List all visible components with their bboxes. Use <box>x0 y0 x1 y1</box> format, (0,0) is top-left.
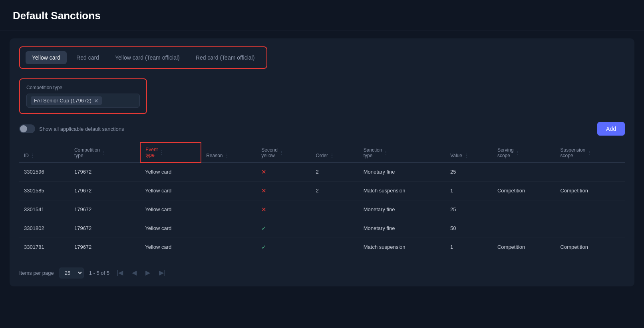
tab-red-card[interactable]: Red card <box>70 51 105 64</box>
cell-id: 3301596 <box>19 162 70 181</box>
add-button[interactable]: Add <box>597 122 625 136</box>
cell-competition-type: 179672 <box>70 219 140 238</box>
cell-order <box>311 219 358 238</box>
cell-reason <box>201 219 256 238</box>
col-menu-icon-reason[interactable]: ⋮ <box>225 153 229 158</box>
cell-second-yellow: ✓ <box>256 238 311 256</box>
filter-tag-close-icon[interactable]: ✕ <box>94 98 99 104</box>
col-menu-icon-order[interactable]: ⋮ <box>330 153 334 158</box>
col-menu-icon-event[interactable]: ⋮ <box>159 150 164 155</box>
second-yellow-icon-x: ✕ <box>261 187 266 194</box>
cell-value: 25 <box>445 162 493 181</box>
cell-second-yellow: ✓ <box>256 219 311 238</box>
pagination-prev-button[interactable]: ◀ <box>130 269 138 277</box>
col-header-second-yellow: Second yellow ⋮ <box>256 142 311 162</box>
cell-id: 3301585 <box>19 181 70 200</box>
cell-event-type: Yellow card <box>140 238 201 256</box>
col-menu-icon-second-yellow[interactable]: ⋮ <box>279 150 284 156</box>
second-yellow-icon-x: ✕ <box>261 206 266 213</box>
cell-reason <box>201 181 256 200</box>
col-header-order: Order ⋮ <box>311 142 358 162</box>
cell-sanction-type: Monetary fine <box>359 200 445 219</box>
items-per-page-select[interactable]: 25 50 100 <box>60 268 83 278</box>
table-header-row: ID ⋮ Competition type ⋮ <box>19 142 625 162</box>
content-card: Yellow card Red card Yellow card (Team o… <box>10 38 634 286</box>
cell-event-type: Yellow card <box>140 200 201 219</box>
cell-serving-scope <box>493 200 556 219</box>
col-menu-icon-serving[interactable]: ⋮ <box>515 150 520 156</box>
cell-reason <box>201 238 256 256</box>
cell-id: 3301802 <box>19 219 70 238</box>
items-per-page-label: Items per page <box>19 270 54 276</box>
toggle-row: Show all applicable default sanctions <box>19 124 124 133</box>
cell-sanction-type: Monetary fine <box>359 162 445 181</box>
toggle-knob <box>20 125 27 132</box>
col-header-serving-scope: Serving scope ⋮ <box>493 142 556 162</box>
col-header-value: Value ⋮ <box>445 142 493 162</box>
cell-competition-type: 179672 <box>70 200 140 219</box>
tab-yellow-card[interactable]: Yellow card <box>26 51 67 64</box>
col-header-competition-type: Competition type ⋮ <box>70 142 140 162</box>
col-header-reason: Reason ⋮ <box>201 142 256 162</box>
col-header-sanction-type: Sanction type ⋮ <box>359 142 445 162</box>
show-all-toggle[interactable] <box>19 124 35 133</box>
cell-second-yellow: ✕ <box>256 162 311 181</box>
filter-input[interactable]: FAI Senior Cup (179672) ✕ <box>26 94 140 108</box>
toggle-label: Show all applicable default sanctions <box>39 126 124 132</box>
cell-sanction-type: Match suspension <box>359 238 445 256</box>
cell-value: 50 <box>445 219 493 238</box>
col-header-suspension-scope: Suspension scope ⋮ <box>556 142 625 162</box>
col-menu-icon-competition[interactable]: ⋮ <box>101 150 106 156</box>
cell-second-yellow: ✕ <box>256 181 311 200</box>
col-header-event-type: Event type ⋮ <box>140 142 201 162</box>
table-row[interactable]: 3301596 179672 Yellow card ✕ 2 Monetary … <box>19 162 625 181</box>
cell-suspension-scope <box>556 219 625 238</box>
table-row[interactable]: 3301541 179672 Yellow card ✕ Monetary fi… <box>19 200 625 219</box>
cell-competition-type: 179672 <box>70 162 140 181</box>
pagination-range: 1 - 5 of 5 <box>89 270 109 276</box>
cell-event-type: Yellow card <box>140 219 201 238</box>
competition-type-filter: Competition type FAI Senior Cup (179672)… <box>19 78 147 114</box>
cell-serving-scope: Competition <box>493 181 556 200</box>
cell-serving-scope <box>493 219 556 238</box>
cell-reason <box>201 162 256 181</box>
table-row[interactable]: 3301585 179672 Yellow card ✕ 2 Match sus… <box>19 181 625 200</box>
pagination: Items per page 25 50 100 1 - 5 of 5 |◀ ◀… <box>19 263 625 278</box>
cell-suspension-scope <box>556 162 625 181</box>
pagination-last-button[interactable]: ▶| <box>157 269 167 277</box>
filter-tag: FAI Senior Cup (179672) ✕ <box>31 96 102 105</box>
second-yellow-icon-check: ✓ <box>261 225 266 232</box>
second-yellow-icon-x: ✕ <box>261 168 266 175</box>
second-yellow-icon-check: ✓ <box>261 244 266 250</box>
cell-serving-scope: Competition <box>493 238 556 256</box>
col-header-id: ID ⋮ <box>19 142 70 162</box>
tab-yellow-card-team[interactable]: Yellow card (Team official) <box>109 51 186 64</box>
main-content: Yellow card Red card Yellow card (Team o… <box>0 30 644 294</box>
col-menu-icon-value[interactable]: ⋮ <box>464 153 469 158</box>
cell-sanction-type: Monetary fine <box>359 219 445 238</box>
cell-competition-type: 179672 <box>70 238 140 256</box>
table-body: 3301596 179672 Yellow card ✕ 2 Monetary … <box>19 162 625 256</box>
cell-id: 3301781 <box>19 238 70 256</box>
col-menu-icon-suspension[interactable]: ⋮ <box>587 150 592 156</box>
tab-red-card-team[interactable]: Red card (Team official) <box>189 51 261 64</box>
cell-order: 2 <box>311 162 358 181</box>
pagination-next-button[interactable]: ▶ <box>144 269 152 277</box>
cell-order: 2 <box>311 181 358 200</box>
cell-sanction-type: Match suspension <box>359 181 445 200</box>
cell-reason <box>201 200 256 219</box>
table-row[interactable]: 3301781 179672 Yellow card ✓ Match suspe… <box>19 238 625 256</box>
sanctions-table-wrapper: ID ⋮ Competition type ⋮ <box>19 142 625 256</box>
col-menu-icon-sanction[interactable]: ⋮ <box>384 150 388 156</box>
pagination-first-button[interactable]: |◀ <box>115 269 125 277</box>
table-row[interactable]: 3301802 179672 Yellow card ✓ Monetary fi… <box>19 219 625 238</box>
cell-event-type: Yellow card <box>140 181 201 200</box>
cell-second-yellow: ✕ <box>256 200 311 219</box>
filter-tag-text: FAI Senior Cup (179672) <box>34 98 91 104</box>
controls-row: Show all applicable default sanctions Ad… <box>19 122 625 136</box>
cell-suspension-scope: Competition <box>556 238 625 256</box>
cell-value: 25 <box>445 200 493 219</box>
page-header: Default Sanctions <box>0 0 644 30</box>
col-menu-icon-id[interactable]: ⋮ <box>30 153 35 158</box>
cell-competition-type: 179672 <box>70 181 140 200</box>
